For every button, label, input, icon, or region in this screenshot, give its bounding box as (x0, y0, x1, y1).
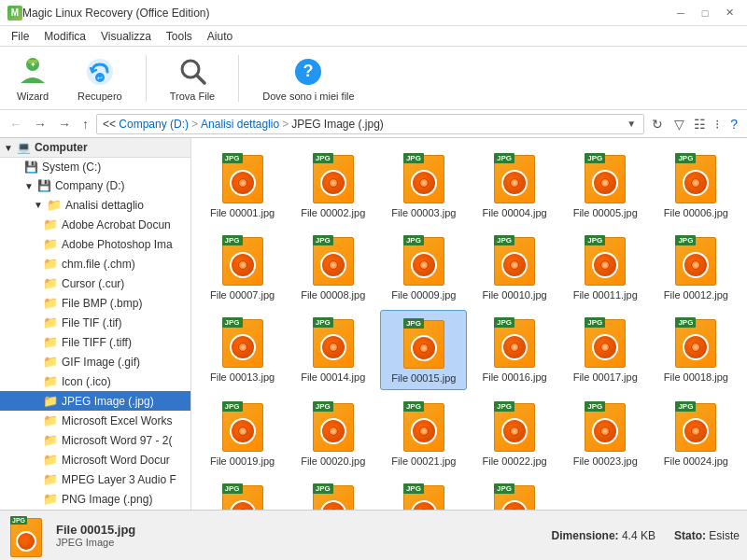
sidebar-item-adobe-photoshop[interactable]: 📁 Adobe Photoshop Ima (0, 234, 190, 254)
sidebar-item-ico[interactable]: 📁 Icon (.ico) (0, 371, 190, 391)
file-item[interactable]: JPG File 00019.jpg (199, 394, 286, 472)
file-item[interactable]: JPG File 00024.jpg (653, 394, 740, 472)
breadcrumb[interactable]: << Company (D:) > Analisi dettaglio > JP… (96, 114, 644, 134)
file-item[interactable]: JPG File 00021.jpg (380, 394, 467, 472)
file-item[interactable]: JPG File 00026.jpg (289, 476, 376, 510)
sidebar-png-label: PNG Image (.png) (62, 493, 152, 506)
file-item[interactable]: JPG File 00006.jpg (653, 146, 740, 224)
help-button[interactable]: ? (726, 115, 741, 133)
back-button[interactable]: ← (6, 115, 26, 133)
breadcrumb-analisi[interactable]: Analisi dettaglio (201, 118, 279, 131)
expand-analisi-icon: ▼ (34, 200, 43, 210)
file-item[interactable]: JPG File 00014.jpg (289, 310, 376, 390)
sidebar-bmp-label: File BMP (.bmp) (62, 297, 142, 310)
close-button[interactable]: ✕ (719, 3, 740, 23)
main-content: ▼ 💻 Computer 💾 System (C:) ▼ 💾 Company (… (0, 138, 747, 510)
file-item[interactable]: JPG File 00017.jpg (562, 310, 649, 390)
jpg-file-icon: JPG (218, 233, 267, 286)
sidebar-item-adobe-acrobat[interactable]: 📁 Adobe Acrobat Docun (0, 215, 190, 234)
sidebar-item-tif[interactable]: 📁 File TIF (.tif) (0, 313, 190, 332)
file-item[interactable]: JPG File 00028.jpg (471, 476, 557, 510)
sidebar-item-excel[interactable]: 📁 Microsoft Excel Works (0, 411, 190, 430)
jpg-file-icon: JPG (218, 151, 267, 203)
file-item[interactable]: JPG File 00009.jpg (380, 228, 467, 306)
file-item[interactable]: JPG File 00011.jpg (562, 228, 649, 306)
trova-button[interactable]: Trova File (162, 50, 224, 106)
status-state-value: Esiste (709, 529, 740, 542)
sidebar-item-computer[interactable]: ▼ 💻 Computer (0, 138, 190, 158)
status-info: File 00015.jpg JPEG Image (56, 523, 522, 548)
addressbar: ← → → ↑ << Company (D:) > Analisi dettag… (0, 110, 747, 138)
breadcrumb-company[interactable]: Company (D:) (119, 118, 189, 131)
file-item[interactable]: JPG File 00008.jpg (289, 228, 376, 306)
sidebar-excel-label: Microsoft Excel Works (62, 414, 172, 427)
file-item[interactable]: JPG File 00020.jpg (289, 394, 376, 472)
status-jpg-badge: JPG (10, 516, 27, 525)
file-item[interactable]: JPG File 00015.jpg (380, 310, 467, 390)
folder-icon-png: 📁 (43, 492, 58, 506)
sidebar-item-worddoc[interactable]: 📁 Microsoft Word Docur (0, 450, 190, 469)
menu-visualizza[interactable]: Visualizza (93, 28, 159, 45)
file-item[interactable]: JPG File 00007.jpg (199, 228, 286, 306)
sidebar-item-png[interactable]: 📁 PNG Image (.png) (0, 489, 190, 509)
file-item[interactable]: JPG File 00002.jpg (289, 146, 376, 224)
status-state-label: Stato: (674, 529, 706, 542)
file-item[interactable]: JPG File 00003.jpg (380, 146, 467, 224)
sidebar-item-jpeg[interactable]: 📁 JPEG Image (.jpg) (0, 391, 190, 411)
file-item[interactable]: JPG File 00001.jpg (199, 146, 286, 224)
folder-icon-bmp: 📁 (43, 296, 58, 310)
jpg-file-icon: JPG (581, 315, 629, 368)
recupero-label: Recupero (78, 91, 122, 102)
folder-icon-word97: 📁 (43, 433, 58, 447)
menu-aiuto[interactable]: Aiuto (200, 28, 240, 45)
jpg-file-icon: JPG (218, 482, 267, 510)
svg-text:✦: ✦ (30, 61, 36, 69)
status-filetype: JPEG Image (56, 537, 522, 548)
toolbar: ✦ Wizard ↩ Recupero Trova File (0, 47, 747, 110)
file-item[interactable]: JPG File 00005.jpg (562, 146, 649, 224)
file-item[interactable]: JPG File 00022.jpg (471, 394, 557, 472)
menu-tools[interactable]: Tools (159, 28, 200, 45)
toolbar-separator-2 (238, 55, 239, 102)
sidebar-item-chm[interactable]: 📁 chm.file (.chm) (0, 254, 190, 273)
file-item[interactable]: JPG File 00004.jpg (471, 146, 557, 224)
address-dropdown-arrow[interactable]: ▼ (625, 119, 638, 129)
sidebar-item-word97[interactable]: 📁 Microsoft Word 97 - 2( (0, 430, 190, 450)
file-item[interactable]: JPG File 00012.jpg (653, 228, 740, 306)
jpg-file-icon: JPG (490, 233, 539, 286)
minimize-button[interactable]: ─ (670, 3, 691, 23)
forward2-button[interactable]: → (54, 115, 75, 133)
sidebar-item-cursor[interactable]: 📁 Cursor (.cur) (0, 273, 190, 293)
file-grid-container[interactable]: JPG File 00001.jpg JPG File 00002.jpg JP… (191, 138, 747, 510)
menu-file[interactable]: File (4, 28, 36, 45)
view2-button[interactable]: ⁝ (712, 115, 723, 133)
wizard-button[interactable]: ✦ Wizard (7, 50, 58, 106)
file-item[interactable]: JPG File 00010.jpg (471, 228, 557, 306)
file-item[interactable]: JPG File 00018.jpg (653, 310, 740, 390)
sidebar-item-bmp[interactable]: 📁 File BMP (.bmp) (0, 293, 190, 313)
forward-button[interactable]: → (30, 115, 50, 133)
file-item[interactable]: JPG File 00013.jpg (199, 310, 286, 390)
sidebar-item-mpeg[interactable]: 📁 MPEG Layer 3 Audio F (0, 469, 190, 489)
dove-button[interactable]: ? Dove sono i miei file (254, 50, 362, 106)
sidebar-item-analisi[interactable]: ▼ 📁 Analisi dettaglio (0, 195, 190, 215)
sidebar-item-system-c[interactable]: 💾 System (C:) (0, 158, 190, 176)
file-item[interactable]: JPG File 00027.jpg (380, 476, 467, 510)
sidebar-item-gif[interactable]: 📁 GIF Image (.gif) (0, 352, 190, 371)
file-item[interactable]: JPG File 00023.jpg (562, 394, 649, 472)
view-button[interactable]: ☷ (690, 115, 710, 133)
folder-icon-photoshop: 📁 (43, 237, 58, 251)
menu-modifica[interactable]: Modifica (36, 28, 93, 45)
maximize-button[interactable]: □ (695, 3, 715, 23)
recupero-button[interactable]: ↩ Recupero (69, 50, 131, 106)
sidebar-item-tiff[interactable]: 📁 File TIFF (.tiff) (0, 332, 190, 352)
up-button[interactable]: ↑ (78, 115, 92, 133)
file-item[interactable]: JPG File 00016.jpg (471, 310, 557, 390)
file-item-name: File 00016.jpg (483, 371, 547, 383)
filter-button[interactable]: ▽ (670, 115, 688, 133)
jpg-file-icon: JPG (400, 316, 448, 369)
sidebar-item-company-d[interactable]: ▼ 💾 Company (D:) (0, 176, 190, 195)
svg-text:?: ? (303, 62, 314, 80)
refresh-button[interactable]: ↻ (648, 115, 667, 133)
file-item[interactable]: JPG File 00025.jpg (199, 476, 286, 510)
